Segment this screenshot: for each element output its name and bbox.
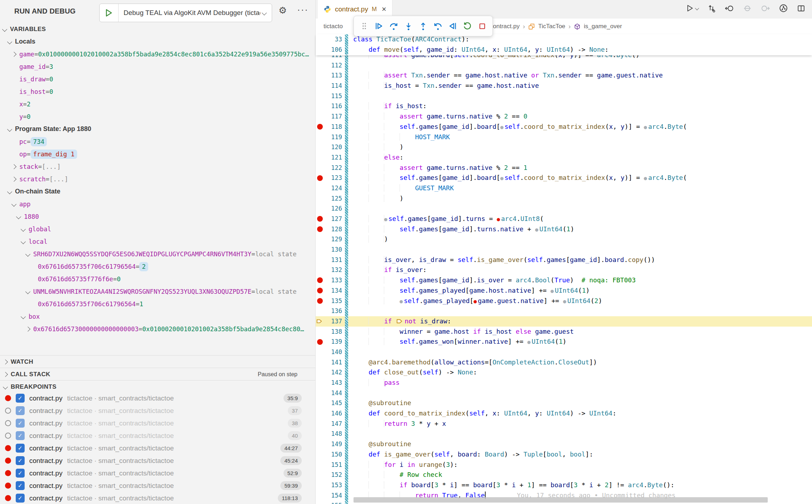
code-line[interactable]: 133 self.games[game_id].is_over = arc4.B… (316, 275, 812, 286)
step-out-button[interactable] (417, 20, 429, 32)
code-line[interactable]: 122 assert game.turns.native % 2 == 1 (316, 163, 812, 173)
variable-row[interactable]: is_draw = 0 (0, 73, 315, 85)
breakpoint-checkbox[interactable]: ✓ (16, 444, 25, 453)
breakpoint-gutter[interactable] (316, 255, 324, 265)
more-actions-icon[interactable]: ··· (297, 4, 309, 15)
code-line[interactable]: 131 is_over, is_draw = self.is_game_over… (316, 255, 812, 265)
breakpoint-gutter[interactable] (316, 408, 324, 419)
restart-button[interactable] (461, 20, 473, 32)
breakpoint-gutter[interactable] (316, 398, 324, 408)
breakpoint-gutter[interactable] (316, 460, 324, 470)
step-back-button[interactable] (432, 20, 444, 32)
gear-icon[interactable]: ⚙ (279, 5, 287, 16)
variable-row[interactable]: local (0, 235, 315, 248)
code-line[interactable]: 123 self.games[game_id].board[●self.coor… (316, 173, 812, 183)
chevron-right-icon[interactable] (11, 51, 16, 56)
watch-section-header[interactable]: WATCH (0, 355, 315, 368)
variable-row[interactable]: 0x67616d65735f706c61796564 = 1 (0, 298, 315, 310)
breakpoint-row[interactable]: ✓contract.pytictactoe · smart_contracts/… (0, 492, 315, 504)
breakpoint-icon[interactable] (317, 216, 323, 222)
chevron-right-icon[interactable] (11, 176, 16, 181)
breakpoint-checkbox[interactable]: ✓ (16, 431, 25, 440)
code-line[interactable]: 137 if not is_draw: (316, 316, 812, 327)
variable-row[interactable]: On-chain State (0, 185, 315, 198)
breakpoint-gutter[interactable] (316, 193, 324, 204)
breadcrumb-item-class[interactable]: TicTacToe (538, 23, 565, 30)
code-line[interactable]: 120 ) (316, 142, 812, 152)
breakpoint-gutter[interactable] (316, 173, 324, 183)
breakpoint-row[interactable]: ✓contract.pytictactoe · smart_contracts/… (0, 479, 315, 492)
code-line[interactable]: 114 is_host = Txn.sender == game.host.na… (316, 81, 812, 91)
code-line[interactable]: 127 ●self.games[game_id].turns = ●arc4.U… (316, 214, 812, 224)
breakpoint-gutter[interactable] (316, 163, 324, 173)
close-icon[interactable]: × (382, 5, 386, 14)
breakpoint-gutter[interactable] (316, 111, 324, 122)
chevron-down-icon[interactable] (7, 189, 12, 194)
breakpoint-icon[interactable] (317, 226, 323, 232)
breakpoint-gutter[interactable] (316, 234, 324, 245)
variable-row[interactable]: VARIABLES (0, 23, 315, 35)
code-line[interactable]: 134 self.games_played[game.host.native] … (316, 286, 812, 296)
breakpoints-section-header[interactable]: BREAKPOINTS (0, 380, 315, 393)
code-line[interactable]: 126 (316, 203, 812, 214)
code-line[interactable]: 146 def coord_to_matrix_index(self, x: U… (316, 408, 812, 419)
breakpoint-gutter[interactable] (316, 306, 324, 316)
code-line[interactable]: 106 def move(self, game_id: UInt64, x: U… (316, 45, 812, 55)
breakpoint-gutter[interactable] (316, 286, 324, 296)
variable-row[interactable]: pc = 734 (0, 135, 315, 148)
breakpoint-icon[interactable] (317, 339, 323, 345)
variable-row[interactable]: Program State: App 1880 (0, 123, 315, 135)
breakpoint-gutter[interactable] (316, 449, 324, 460)
breadcrumb-item-method[interactable]: is_game_over (584, 23, 622, 30)
code-line[interactable]: 151 for i in urange(3): (316, 460, 812, 470)
code-line[interactable]: 139 self.games_won[winner.native] += ●UI… (316, 337, 812, 347)
breakpoint-icon[interactable] (317, 298, 323, 304)
chevron-right-icon[interactable] (25, 326, 30, 331)
variable-row[interactable]: 0x67616d65735f776f6e = 0 (0, 273, 315, 285)
code-line[interactable]: 115 (316, 91, 812, 101)
run-button[interactable] (686, 4, 698, 12)
chevron-down-icon[interactable] (7, 126, 12, 131)
breakpoint-gutter[interactable] (316, 316, 324, 327)
variable-row[interactable]: 0x67616d65735f706c61796564 = 2 (0, 260, 315, 273)
breakpoint-gutter[interactable] (316, 203, 324, 214)
code-line[interactable]: 130 (316, 245, 812, 255)
breakpoint-gutter[interactable] (316, 357, 324, 368)
chevron-down-icon[interactable] (21, 239, 26, 244)
variable-row[interactable]: game = 0x010000000102010002a358bf5bada9e… (0, 48, 315, 60)
breakpoint-gutter[interactable] (316, 101, 324, 111)
breakpoint-gutter[interactable] (316, 480, 324, 490)
chevron-right-icon[interactable] (11, 164, 16, 169)
breakpoint-gutter[interactable] (316, 388, 324, 398)
breakpoint-gutter[interactable] (316, 132, 324, 142)
breakpoint-row[interactable]: ✓contract.pytictactoe · smart_contracts/… (0, 454, 315, 467)
chevron-down-icon[interactable] (11, 201, 16, 206)
call-stack-section-header[interactable]: CALL STACK Paused on step (0, 368, 315, 380)
variable-row[interactable]: op = frame_dig 1 (0, 148, 315, 160)
code-line[interactable]: 113 assert Txn.sender == game.host.nativ… (316, 70, 812, 81)
breakpoint-checkbox[interactable]: ✓ (16, 469, 25, 478)
breakpoint-gutter[interactable] (316, 275, 324, 286)
stop-button[interactable] (476, 20, 488, 32)
code-line[interactable]: 153 if board[3 * i] == board[3 * i + 1] … (316, 480, 812, 490)
horizontal-scrollbar[interactable] (354, 497, 768, 503)
chevron-down-icon[interactable] (25, 251, 30, 256)
code-line[interactable]: 141 @arc4.baremethod(allow_actions=[OnCo… (316, 357, 812, 368)
breakpoint-checkbox[interactable]: ✓ (16, 494, 25, 503)
breakpoint-gutter[interactable] (316, 122, 324, 132)
breakpoint-gutter[interactable] (316, 327, 324, 337)
code-line[interactable]: 121 else: (316, 152, 812, 163)
breakpoint-icon[interactable] (317, 175, 323, 181)
code-line[interactable]: 135 ●self.games_played[●game.guest.nativ… (316, 296, 812, 306)
breakpoint-gutter[interactable] (316, 142, 324, 152)
code-line[interactable]: 143 pass (316, 378, 812, 388)
code-line[interactable]: 142 def close_out(self) -> None: (316, 367, 812, 378)
breakpoint-gutter[interactable] (316, 419, 324, 429)
breadcrumb-item-file[interactable]: contract.py (490, 23, 520, 30)
code-line[interactable]: 148 (316, 429, 812, 439)
step-over-button[interactable] (387, 20, 400, 32)
breakpoint-gutter[interactable] (316, 439, 324, 449)
chevron-down-icon[interactable] (16, 214, 21, 219)
code-line[interactable]: 147 return 3 * y + x (316, 419, 812, 429)
chevron-down-icon[interactable] (21, 314, 26, 319)
